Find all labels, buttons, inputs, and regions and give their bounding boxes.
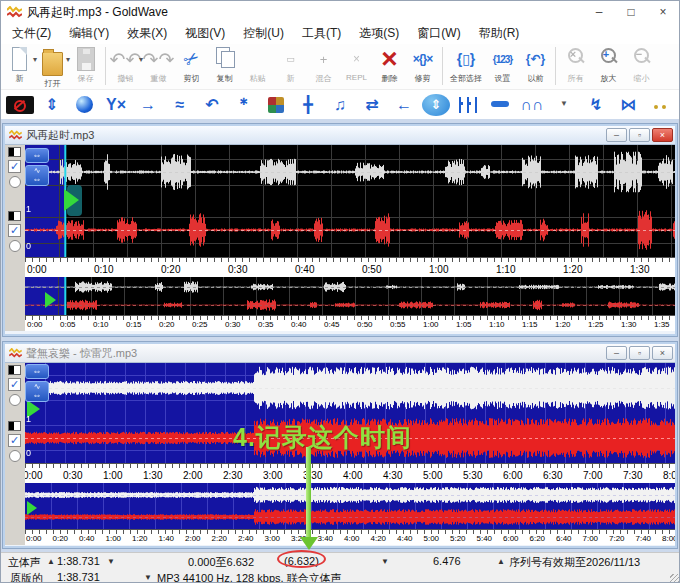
status-down-arrow-3[interactable]: ▼ <box>144 573 152 582</box>
channel1-checkbox[interactable]: ✓ <box>8 160 21 173</box>
status-up-arrow[interactable]: ▲ <box>47 557 55 566</box>
delete-button[interactable]: 删除 <box>373 46 406 84</box>
mute[interactable] <box>6 96 34 114</box>
doc2-restore-button[interactable]: ▫ <box>629 346 650 360</box>
menu-edit[interactable]: 编辑(Y) <box>60 23 118 44</box>
doc1-title-bar[interactable]: 风再起时.mp3 – ▫ × <box>5 126 675 145</box>
doc1-minimize-button[interactable]: – <box>606 128 627 142</box>
zoom-in-button[interactable]: + 放大 <box>592 46 625 84</box>
doc2-view-marker-handle[interactable]: ∿⇔ <box>25 381 49 402</box>
menu-control[interactable]: 控制(U) <box>234 23 293 44</box>
channel1-checkbox[interactable]: ✓ <box>8 378 21 391</box>
select-all-button[interactable]: 全部选择 <box>446 46 486 84</box>
menu-window[interactable]: 窗口(W) <box>408 23 469 44</box>
doc2-close-button[interactable]: × <box>652 346 673 360</box>
channel-view-icon[interactable] <box>8 421 21 431</box>
set-selection-button[interactable]: 设置 <box>486 46 519 84</box>
redo-button[interactable]: ↷ 重做 <box>142 46 175 84</box>
doc2-overview[interactable] <box>25 483 675 529</box>
reverse[interactable]: ← <box>390 92 418 118</box>
reverse-u[interactable]: ↶ <box>198 92 226 118</box>
zoom-all-button[interactable]: × 所有 <box>559 46 592 84</box>
insert[interactable]: → <box>134 92 162 118</box>
doc1-waveform[interactable] <box>25 145 675 257</box>
swap-channels[interactable]: Y× <box>102 92 130 118</box>
channel1-radio[interactable] <box>9 176 21 188</box>
zoom-out-button[interactable]: − 缩小 <box>625 46 658 84</box>
document-window-1: 风再起时.mp3 – ▫ × ✓ ✓ <box>3 124 677 336</box>
doc2-overview-axis[interactable]: 0:000:200:401:001:201:402:002:202:403:00… <box>25 529 675 545</box>
time-label: 1:15 <box>522 320 538 329</box>
status-down-arrow-2[interactable]: ▼ <box>381 557 389 566</box>
channel2-checkbox[interactable]: ✓ <box>8 434 21 447</box>
time-label: 1:00 <box>423 320 439 329</box>
channel1-radio[interactable] <box>9 394 21 406</box>
channel-view-icon[interactable] <box>8 365 21 375</box>
maximize-button[interactable]: □ <box>615 2 647 22</box>
status-value[interactable]: 6.476 <box>433 555 461 567</box>
stereo-pan[interactable] <box>70 92 98 118</box>
menu-options[interactable]: 选项(S) <box>350 23 408 44</box>
copy-button[interactable]: 复制 <box>208 46 241 84</box>
resize-grip[interactable] <box>670 574 680 583</box>
status-up-arrow-2[interactable]: ▲ <box>497 557 505 566</box>
open-button[interactable]: ▾ 打开 <box>36 46 69 89</box>
crossfade[interactable]: ⋈ <box>614 92 642 118</box>
menu-help[interactable]: 帮助(R) <box>470 23 529 44</box>
doc1-play-marker-icon[interactable] <box>64 189 82 211</box>
mix-button[interactable]: 混合 <box>307 46 340 84</box>
noise-reduction[interactable] <box>262 92 290 118</box>
menu-tool[interactable]: 工具(T) <box>293 23 350 44</box>
paste-new-button[interactable]: 新 <box>274 46 307 84</box>
trim-button[interactable]: 修剪 <box>406 46 439 84</box>
cut-button[interactable]: 剪切 <box>175 46 208 84</box>
channel-view-icon[interactable] <box>8 147 21 157</box>
pitch[interactable]: ♫ <box>326 92 354 118</box>
doc2-selection-marker-handle[interactable]: ⇔ <box>25 364 49 379</box>
menu-effect[interactable]: 效果(X) <box>118 23 176 44</box>
exchange[interactable]: ⇄ <box>358 92 386 118</box>
channel2-radio[interactable] <box>9 240 21 252</box>
status-length[interactable]: 1:38.731 <box>57 555 100 567</box>
doppler[interactable]: ⇕ <box>422 94 450 116</box>
spectrogram[interactable] <box>646 92 674 118</box>
doc1-restore-button[interactable]: ▫ <box>629 128 650 142</box>
status-channel[interactable]: 立体声 <box>8 555 41 570</box>
doc1-overview[interactable] <box>25 277 675 315</box>
spectrum-filter[interactable] <box>550 92 578 118</box>
doc1-close-button[interactable]: × <box>652 128 673 142</box>
replace-button[interactable]: REPL <box>340 46 373 84</box>
doc2-time-axis[interactable]: 0:000:301:001:302:002:303:003:304:004:30… <box>25 463 675 483</box>
channel-view-icon[interactable] <box>8 211 21 221</box>
doc1-overview-axis[interactable]: 0:000:050:100:150:200:250:300:350:400:45… <box>25 315 675 331</box>
new-button[interactable]: ▾ 新 <box>3 46 36 89</box>
flanger[interactable]: ≈ <box>166 92 194 118</box>
channel2-checkbox[interactable]: ✓ <box>8 224 21 237</box>
doc1-time-axis[interactable]: 0:000:100:200:300:400:501:001:101:201:30 <box>25 257 675 277</box>
mechanize[interactable]: ＊ <box>230 92 258 118</box>
close-button[interactable]: × <box>647 2 679 22</box>
previous-selection-button[interactable]: 以前 <box>519 46 552 84</box>
menu-view[interactable]: 视图(V) <box>176 23 234 44</box>
save-button[interactable]: 保存 <box>69 46 102 89</box>
compressor[interactable]: ↯ <box>582 92 610 118</box>
paste-button[interactable]: 粘贴 <box>241 46 274 84</box>
doc2-overview-play-marker-icon[interactable] <box>27 501 40 515</box>
adjust-volume[interactable]: ⇕ <box>38 92 66 118</box>
doc1-view-marker-handle[interactable]: ∿⇔ <box>25 165 49 186</box>
menu-file[interactable]: 文件(Z) <box>3 23 60 44</box>
undo-button[interactable]: ↶ ▾ 撤销 <box>109 46 142 84</box>
status-selection[interactable]: 0.000至6.632 <box>188 555 254 570</box>
doc2-title-bar[interactable]: 聲無哀樂 - 惊雷咒.mp3 – ▫ × <box>5 344 675 363</box>
time-label: 3:00 <box>265 534 281 543</box>
expander[interactable]: ╋ <box>294 92 322 118</box>
minimize-button[interactable]: – <box>583 2 615 22</box>
doc2-minimize-button[interactable]: – <box>606 346 627 360</box>
channel2-radio[interactable] <box>9 450 21 462</box>
volume-shape[interactable] <box>486 92 514 118</box>
doc1-overview-play-marker-icon[interactable] <box>45 292 59 308</box>
gate[interactable]: ∩∩ <box>518 92 546 118</box>
equalizer[interactable] <box>454 92 482 118</box>
status-down-arrow[interactable]: ▼ <box>107 557 115 566</box>
doc1-selection-marker-handle[interactable]: ⇔ <box>25 148 49 163</box>
